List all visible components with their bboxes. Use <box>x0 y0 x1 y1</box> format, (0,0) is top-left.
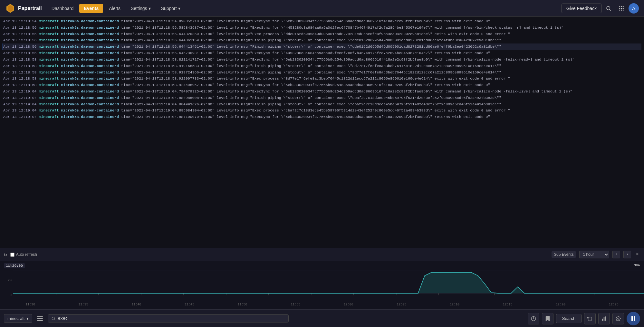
chart-x-label: 12:00 <box>322 303 375 306</box>
svg-rect-12 <box>623 9 624 10</box>
settings-toolbar-button[interactable] <box>612 313 624 324</box>
chart-toggle-button[interactable] <box>598 313 610 324</box>
log-line: Apr 13 12:18:58 minecraft microk8s.daemo… <box>3 63 641 69</box>
svg-rect-30 <box>37 318 43 319</box>
svg-rect-9 <box>623 8 624 9</box>
chart-area[interactable]: 11:29:00 Now 40 20 0 <box>0 261 644 310</box>
give-feedback-button[interactable]: Give Feedback <box>562 4 601 13</box>
log-line: Apr 13 12:18:56 minecraft microk8s.daemo… <box>3 24 641 31</box>
bookmark-icon <box>545 316 550 321</box>
log-line: Apr 13 12:18:58 minecraft microk8s.daemo… <box>3 75 641 82</box>
svg-rect-5 <box>621 6 622 7</box>
chart-x-label: 11:35 <box>57 303 110 306</box>
timeline-bar: ↻ Auto refresh 365 Events 30 minutes1 ho… <box>0 248 644 261</box>
log-line: Apr 13 12:19:04 minecraft microk8s.daemo… <box>3 114 641 120</box>
chart-now-label: Now <box>634 263 640 267</box>
pause-icon <box>631 316 636 321</box>
search-input-wrapper <box>48 314 289 322</box>
chart-x-labels: 11:3011:3511:4011:4511:5011:5512:0012:05… <box>0 300 644 309</box>
history-button[interactable] <box>584 313 596 324</box>
history-icon <box>587 316 592 321</box>
live-tail-button[interactable] <box>528 313 539 324</box>
log-line: Apr 13 12:18:58 minecraft microk8s.daemo… <box>3 56 641 63</box>
svg-rect-8 <box>621 8 622 9</box>
log-line: Apr 13 12:18:58 minecraft microk8s.daemo… <box>3 69 641 76</box>
chart-svg[interactable] <box>13 268 644 300</box>
search-input[interactable] <box>58 316 285 321</box>
chart-icon <box>601 316 607 321</box>
log-line: Apr 13 12:19:04 minecraft microk8s.daemo… <box>3 101 641 108</box>
chart-y-labels: 40 20 0 <box>0 261 13 300</box>
time-range-select[interactable]: 30 minutes1 hour3 hours6 hours12 hours1 … <box>579 251 609 258</box>
nav-dashboard[interactable]: Dashboard <box>47 4 78 13</box>
settings-chevron-icon: ▾ <box>149 6 151 11</box>
timeline-next-button[interactable]: › <box>623 251 631 258</box>
svg-point-38 <box>618 318 619 319</box>
search-nav-button[interactable] <box>603 3 614 14</box>
svg-rect-10 <box>619 9 620 10</box>
menu-button[interactable] <box>35 313 45 324</box>
svg-point-32 <box>52 317 55 320</box>
svg-rect-40 <box>634 316 635 321</box>
play-pause-button[interactable] <box>627 312 640 325</box>
bookmark-button[interactable] <box>542 313 553 324</box>
log-line: Apr 13 12:18:54 minecraft microk8s.daemo… <box>3 18 641 24</box>
svg-rect-11 <box>621 9 622 10</box>
avatar[interactable]: A <box>629 3 639 14</box>
svg-rect-35 <box>602 319 603 321</box>
log-line: Apr 13 12:19:04 minecraft microk8s.daemo… <box>3 95 641 101</box>
svg-rect-37 <box>605 316 606 321</box>
topnav: Papertrail Dashboard Events Alerts Setti… <box>0 0 644 17</box>
chart-x-label: 12:20 <box>534 303 587 306</box>
logo-icon <box>5 3 15 14</box>
nav-events[interactable]: Events <box>79 4 103 13</box>
chart-x-label: 12:10 <box>428 303 481 306</box>
auto-refresh-toggle[interactable]: Auto refresh <box>10 252 37 257</box>
chart-x-label: 11:45 <box>163 303 216 306</box>
log-line: Apr 13 12:18:56 minecraft microk8s.daemo… <box>3 50 641 56</box>
chart-x-label: 12:05 <box>375 303 428 306</box>
live-tail-icon <box>531 316 536 321</box>
log-line: Apr 13 12:19:04 minecraft microk8s.daemo… <box>3 107 641 114</box>
nav-alerts[interactable]: Alerts <box>104 4 125 13</box>
apps-nav-icon <box>619 5 624 11</box>
log-line: Apr 13 12:18:58 minecraft microk8s.daemo… <box>3 82 641 88</box>
svg-rect-31 <box>37 320 43 321</box>
events-count: 365 Events <box>552 251 576 258</box>
svg-rect-7 <box>619 8 620 9</box>
chart-x-label: 11:40 <box>110 303 163 306</box>
chart-y-label-40: 40 <box>0 264 13 267</box>
settings-icon <box>616 316 621 321</box>
chart-x-label: 11:55 <box>269 303 322 306</box>
svg-rect-4 <box>619 6 620 7</box>
search-button[interactable]: Search <box>556 314 582 323</box>
timeline-prev-button[interactable]: ‹ <box>612 251 620 258</box>
log-line: Apr 13 12:18:56 minecraft microk8s.daemo… <box>3 43 641 50</box>
chart-visualization <box>13 268 644 300</box>
log-area[interactable]: Apr 13 12:18:54 minecraft microk8s.daemo… <box>0 17 644 248</box>
apps-nav-button[interactable] <box>616 3 627 14</box>
nav-settings[interactable]: Settings ▾ <box>126 4 155 13</box>
chart-y-label-20: 20 <box>0 279 13 282</box>
search-nav-icon <box>606 5 611 11</box>
bottom-toolbar: minecraft ▾ Search <box>0 310 644 327</box>
chart-x-label: 12:15 <box>481 303 534 306</box>
svg-line-33 <box>54 319 55 320</box>
chart-x-label: 11:30 <box>4 303 57 306</box>
system-select-chevron: ▾ <box>26 316 29 321</box>
system-select[interactable]: minecraft ▾ <box>4 314 32 323</box>
chart-x-label: 11:50 <box>216 303 269 306</box>
refresh-button[interactable]: ↻ <box>4 251 7 258</box>
svg-point-2 <box>607 6 610 10</box>
logo[interactable]: Papertrail <box>5 3 42 14</box>
log-line: Apr 13 12:18:56 minecraft microk8s.daemo… <box>3 31 641 37</box>
search-input-icon <box>51 316 56 321</box>
chart-y-label-0: 0 <box>0 293 13 297</box>
nav-support[interactable]: Support ▾ <box>157 4 185 13</box>
svg-rect-29 <box>37 316 43 317</box>
logo-text: Papertrail <box>18 5 42 11</box>
auto-refresh-checkbox[interactable] <box>10 253 14 257</box>
svg-marker-28 <box>13 273 644 293</box>
svg-rect-39 <box>631 316 633 321</box>
timeline-close-button[interactable]: × <box>634 252 640 257</box>
